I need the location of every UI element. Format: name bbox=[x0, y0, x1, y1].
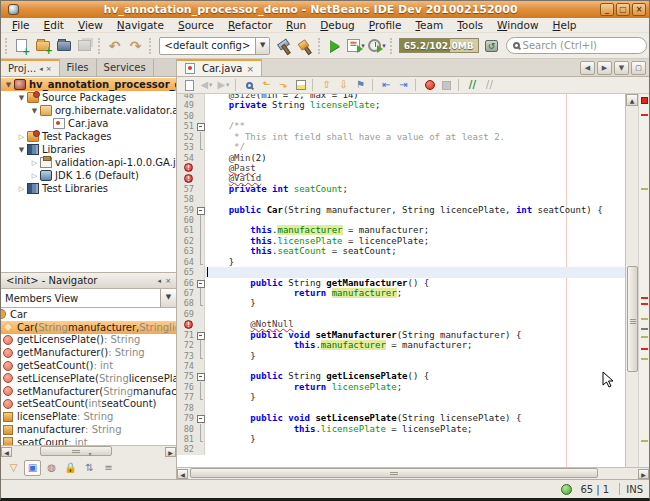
tree-row[interactable]: ▷Test Libraries bbox=[1, 182, 176, 195]
menu-file[interactable]: File bbox=[5, 19, 37, 31]
tree-row[interactable]: ▼Libraries bbox=[1, 143, 176, 156]
error-stripe-mark[interactable] bbox=[641, 303, 648, 305]
fold-start-icon[interactable] bbox=[196, 205, 205, 215]
clean-and-build-button[interactable] bbox=[295, 36, 315, 56]
error-stripe-mark[interactable] bbox=[641, 318, 648, 320]
back-button[interactable]: ◀▾ bbox=[198, 78, 215, 93]
code-line[interactable]: @Past bbox=[177, 163, 625, 173]
scroll-left-button[interactable]: ◀ bbox=[177, 469, 188, 479]
navigator-item[interactable]: seatCount : int bbox=[1, 436, 176, 445]
code-line[interactable]: 65 bbox=[177, 267, 625, 277]
garbage-collect-button[interactable] bbox=[482, 36, 502, 56]
expander-closed-icon[interactable]: ▷ bbox=[17, 185, 26, 193]
code-line[interactable]: 59 public Car(String manufacturer, Strin… bbox=[177, 205, 625, 215]
tree-row[interactable]: ▷Test Packages bbox=[1, 130, 176, 143]
navigator-item[interactable]: licensePlate : String bbox=[1, 410, 176, 423]
code-editor[interactable]: 48 @Size(min = 2, max = 14)49 private St… bbox=[177, 94, 625, 467]
close-tab-icon[interactable]: × bbox=[246, 64, 254, 74]
fold-mid-icon[interactable] bbox=[196, 132, 205, 142]
fold-mid-icon[interactable] bbox=[196, 288, 205, 298]
quick-search-input[interactable]: Search (Ctrl+I) bbox=[506, 37, 647, 54]
expander-closed-icon[interactable]: ▷ bbox=[30, 159, 39, 167]
code-line[interactable]: 52 * This int field shall have a value o… bbox=[177, 132, 625, 142]
fold-start-icon[interactable] bbox=[196, 371, 205, 381]
code-line[interactable]: 50 bbox=[177, 111, 625, 121]
uncomment-button[interactable]: // bbox=[481, 78, 498, 93]
code-line[interactable]: 82 bbox=[177, 444, 625, 454]
navigator-item[interactable]: setSeatCount(int seatCount) bbox=[1, 398, 176, 411]
code-line[interactable]: 79 public void setLicensePlate(String li… bbox=[177, 413, 625, 423]
error-stripe-mark[interactable] bbox=[641, 114, 648, 116]
fold-mid-icon[interactable] bbox=[196, 236, 205, 246]
scroll-left-button[interactable]: ◀ bbox=[1, 447, 12, 457]
save-all-button[interactable] bbox=[75, 36, 95, 56]
code-line[interactable]: 76 return licensePlate; bbox=[177, 382, 625, 392]
shift-line-left-button[interactable]: ⇤ bbox=[378, 78, 395, 93]
error-stripe-mark[interactable] bbox=[641, 328, 648, 330]
menu-debug[interactable]: Debug bbox=[313, 19, 362, 31]
code-line[interactable]: 68 } bbox=[177, 298, 625, 308]
code-line[interactable]: 81 } bbox=[177, 434, 625, 444]
record-macro-button[interactable] bbox=[421, 78, 438, 93]
toggle-highlight-button[interactable] bbox=[292, 78, 309, 93]
shift-line-right-button[interactable]: ⇥ bbox=[395, 78, 412, 93]
code-line[interactable]: 57 private int seatCount; bbox=[177, 184, 625, 194]
menu-run[interactable]: Run bbox=[279, 19, 313, 31]
tree-row[interactable]: Car.java bbox=[1, 117, 176, 130]
navigator-item[interactable]: setManufacturer(String manufacturer) bbox=[1, 385, 176, 398]
code-line[interactable]: 69 bbox=[177, 309, 625, 319]
code-line[interactable]: 58 bbox=[177, 194, 625, 204]
redo-button[interactable]: ↷ bbox=[126, 36, 146, 56]
find-selection-button[interactable] bbox=[241, 78, 258, 93]
tree-row[interactable]: ▼org.hibernate.validator.ap.demo bbox=[1, 104, 176, 117]
menu-edit[interactable]: Edit bbox=[37, 19, 71, 31]
sort-by-name-filter-button[interactable]: ⇅ bbox=[81, 460, 98, 476]
close-panel-icon[interactable]: × bbox=[165, 277, 171, 285]
fold-start-icon[interactable] bbox=[196, 330, 205, 340]
tree-row[interactable]: ▼hv_annotation_processor_demo bbox=[1, 78, 176, 91]
minimize-panel-icon[interactable]: ◂ bbox=[158, 277, 162, 285]
expander-open-icon[interactable]: ▼ bbox=[17, 146, 26, 154]
expander-closed-icon[interactable]: ▷ bbox=[17, 133, 26, 141]
previous-bookmark-button[interactable]: ⇧ bbox=[318, 78, 335, 93]
editor-horizontal-scrollbar[interactable]: ◀ ▶ bbox=[177, 467, 649, 479]
memory-meter[interactable]: 65.2/102.0MB bbox=[399, 38, 479, 53]
code-line[interactable]: 53 */ bbox=[177, 142, 625, 152]
code-line[interactable]: 72 this.manufacturer = manufacturer; bbox=[177, 340, 625, 350]
navigator-item[interactable]: getLicensePlate() : String bbox=[1, 334, 176, 347]
explorer-tab-services[interactable]: Services bbox=[97, 59, 154, 76]
last-edit-button[interactable] bbox=[181, 78, 198, 93]
code-line[interactable]: 74 bbox=[177, 361, 625, 371]
show-fields-filter-button[interactable]: ▣ bbox=[24, 460, 41, 476]
menu-tools[interactable]: Tools bbox=[450, 19, 490, 31]
error-status-badge[interactable] bbox=[641, 97, 648, 104]
show-inherited-filter-button[interactable]: ▽ bbox=[5, 460, 22, 476]
code-line[interactable]: 73 } bbox=[177, 351, 625, 361]
code-line[interactable]: 62 this.licensePlate = licencePlate; bbox=[177, 236, 625, 246]
fold-mid-icon[interactable] bbox=[196, 246, 205, 256]
fold-mid-icon[interactable] bbox=[196, 382, 205, 392]
error-stripe-mark[interactable] bbox=[641, 358, 648, 360]
scroll-tabs-right-button[interactable]: ▶ bbox=[597, 61, 612, 75]
error-stripe[interactable] bbox=[638, 94, 649, 467]
code-line[interactable]: 63 this.seatCount = seatCount; bbox=[177, 246, 625, 256]
expander-open-icon[interactable]: ▼ bbox=[17, 94, 26, 102]
fold-end-icon[interactable] bbox=[196, 142, 205, 152]
close-panel-icon[interactable]: × bbox=[46, 65, 52, 73]
code-line[interactable]: 60 bbox=[177, 215, 625, 225]
code-line[interactable]: 80 this.licensePlate = licensePlate; bbox=[177, 424, 625, 434]
maximize-button[interactable]: □ bbox=[616, 3, 630, 16]
stop-macro-button[interactable] bbox=[438, 78, 455, 93]
tree-row[interactable]: ▷JDK 1.6 (Default) bbox=[1, 169, 176, 182]
error-stripe-mark[interactable] bbox=[641, 188, 648, 190]
fold-start-icon[interactable] bbox=[196, 413, 205, 423]
menu-team[interactable]: Team bbox=[408, 19, 450, 31]
run-button[interactable] bbox=[325, 36, 345, 56]
code-line[interactable]: 49 private String licensePlate; bbox=[177, 100, 625, 110]
menu-profile[interactable]: Profile bbox=[362, 19, 409, 31]
menu-window[interactable]: Window bbox=[490, 19, 545, 31]
expander-closed-icon[interactable]: ▷ bbox=[30, 172, 39, 180]
code-line[interactable]: 71 public void setManufacturer(String ma… bbox=[177, 330, 625, 340]
next-bookmark-button[interactable]: ⇩ bbox=[335, 78, 352, 93]
error-stripe-mark[interactable] bbox=[641, 336, 648, 338]
